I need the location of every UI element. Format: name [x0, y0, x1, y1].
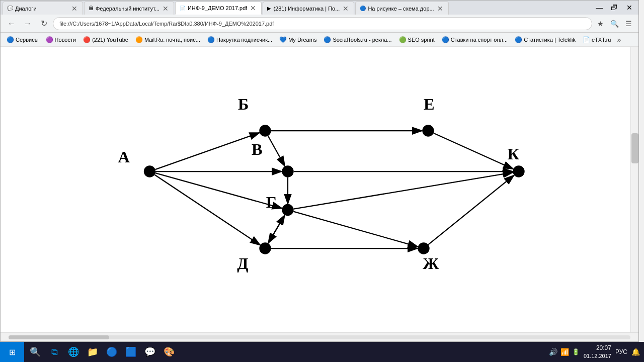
graph-edge — [155, 133, 260, 169]
node-label-Zh: Ж — [423, 254, 439, 273]
bookmark-item[interactable]: 🔴(221) YouTube — [80, 35, 131, 44]
nodes-group: АБВГДЕЖК — [118, 95, 525, 273]
back-button[interactable]: ← — [5, 17, 19, 31]
bookmark-item[interactable]: 🔵Сервисы — [4, 35, 42, 44]
bookmark-label: SocialTools.ru - рекла... — [333, 37, 391, 43]
bookmark-icon: 🟣 — [46, 36, 53, 43]
graph-node-D — [259, 242, 271, 254]
date-display: 01.12.2017 — [584, 352, 611, 360]
browser-tab-tab5[interactable]: 🔵 На рисунке – схема дор... ✕ — [355, 2, 448, 15]
minimize-button[interactable]: — — [592, 3, 606, 13]
titlebar: 💬 Диалоги ✕🏛 Федеральный институт... ✕📄 … — [1, 1, 638, 15]
app-icon[interactable]: 🎨 — [160, 343, 178, 361]
maximize-button[interactable]: 🗗 — [607, 3, 621, 13]
graph-edge — [434, 133, 514, 169]
bookmark-item[interactable]: 📄eTXT.ru — [580, 35, 614, 44]
start-button[interactable]: ⊞ — [0, 342, 24, 362]
graph-node-G — [282, 204, 293, 216]
taskview-icon[interactable]: ⧉ — [45, 343, 63, 361]
tab-close-button[interactable]: ✕ — [162, 5, 170, 13]
graph-edge — [154, 174, 260, 245]
browser-tab-tab3[interactable]: 📄 ИНФ-9_ДЕМО 2017.pdf ✕ — [175, 2, 262, 15]
node-label-A: А — [118, 148, 130, 166]
tab-favicon: 🏛 — [89, 6, 94, 11]
explorer-icon[interactable]: 📁 — [84, 343, 102, 361]
graph-edge — [428, 175, 514, 244]
bookmarks-bar: 🔵Сервисы🟣Новости🔴(221) YouTube🟠Mail.Ru: … — [1, 33, 638, 47]
refresh-button[interactable]: ↻ — [37, 17, 51, 31]
sound-icon[interactable]: 🔊 — [549, 348, 557, 356]
scroll-thumb[interactable] — [631, 133, 638, 163]
bookmark-icon: 🟢 — [399, 36, 407, 43]
close-button[interactable]: ✕ — [622, 3, 636, 13]
bookmark-icon: 🔵 — [442, 36, 449, 43]
store-icon[interactable]: 🟦 — [122, 343, 140, 361]
bookmark-label: Статистика | Teleklik — [524, 37, 576, 43]
browser-window: 💬 Диалоги ✕🏛 Федеральный институт... ✕📄 … — [0, 0, 639, 342]
graph-node-V — [282, 165, 293, 177]
browser-tab-tab1[interactable]: 💬 Диалоги ✕ — [3, 2, 83, 15]
bookmark-label: SEO sprint — [408, 37, 435, 43]
clock[interactable]: 20:07 01.12.2017 — [584, 344, 611, 360]
node-label-D: Д — [237, 254, 248, 273]
graph-svg: АБВГДЕЖК — [93, 49, 546, 330]
address-input[interactable]: file:///C:/Users/1678~1/AppData/Local/Te… — [53, 17, 592, 30]
hscroll-thumb[interactable] — [9, 335, 109, 339]
bookmark-star-icon[interactable]: ★ — [594, 18, 606, 30]
bookmark-label: Mail.Ru: почта, поис... — [144, 37, 200, 43]
bookmark-icon: 🟠 — [135, 36, 143, 43]
address-icons: ★ 🔍 ☰ — [594, 18, 634, 30]
time-display: 20:07 — [596, 344, 611, 352]
bookmark-icon: 🔴 — [83, 36, 91, 43]
bookmark-item[interactable]: 🔵Статистика | Teleklik — [512, 35, 579, 44]
bookmark-label: Новости — [55, 37, 76, 43]
horizontal-scrollbar[interactable] — [1, 332, 638, 341]
bookmark-label: Сервисы — [16, 37, 39, 43]
graph-edge — [293, 212, 418, 247]
browser-tab-tab4[interactable]: ▶ (281) Информатика | По... ✕ — [263, 2, 354, 15]
network-icon[interactable]: 📶 — [560, 348, 569, 356]
lang-indicator[interactable]: РУС — [615, 348, 627, 355]
taskbar-icons: 🔍 ⧉ 🌐 📁 🔵 🟦 💬 🎨 — [24, 343, 180, 361]
systray: 🔊 📶 🔋 — [549, 348, 580, 356]
browser-tab-tab2[interactable]: 🏛 Федеральный институт... ✕ — [84, 2, 174, 15]
node-label-B: Б — [238, 95, 249, 113]
bookmark-item[interactable]: 🔵Ставки на спорт онл... — [439, 35, 511, 44]
bookmark-item[interactable]: 💙My Dreams — [276, 35, 319, 44]
bookmark-label: Ставки на спорт онл... — [451, 37, 508, 43]
bookmark-icon: 🔵 — [7, 36, 14, 43]
tab-close-button[interactable]: ✕ — [436, 5, 444, 13]
bookmark-label: My Dreams — [288, 37, 316, 43]
bookmark-item[interactable]: 🟢SEO sprint — [396, 35, 438, 44]
bookmark-label: Накрутка подписчик... — [216, 37, 272, 43]
tab-close-button[interactable]: ✕ — [342, 5, 350, 13]
bookmark-item[interactable]: 🟣Новости — [43, 35, 79, 44]
tab-favicon: 🔵 — [360, 6, 366, 11]
graph-edge — [268, 136, 285, 166]
chrome-icon[interactable]: 🔵 — [103, 343, 121, 361]
addressbar: ← → ↻ file:///C:/Users/1678~1/AppData/Lo… — [1, 15, 638, 33]
lens-icon[interactable]: 🔍 — [608, 18, 620, 30]
tab-title: На рисунке – схема дор... — [368, 6, 434, 12]
node-label-V: В — [252, 140, 263, 158]
forward-button[interactable]: → — [21, 17, 35, 31]
battery-icon[interactable]: 🔋 — [572, 348, 580, 355]
bookmark-icon: 🔵 — [324, 36, 331, 43]
ie-icon[interactable]: 🌐 — [64, 343, 83, 361]
graph-edge — [155, 173, 282, 208]
vertical-scrollbar[interactable] — [630, 47, 638, 332]
settings-icon[interactable]: ☰ — [622, 18, 634, 30]
notification-icon[interactable]: 🔔 — [631, 348, 640, 356]
tab-close-button[interactable]: ✕ — [249, 4, 257, 12]
tab-close-button[interactable]: ✕ — [70, 5, 78, 13]
bookmark-icon: 🔵 — [207, 36, 215, 43]
skype-icon[interactable]: 💬 — [141, 343, 159, 361]
search-taskbar-icon[interactable]: 🔍 — [26, 343, 44, 361]
bookmark-item[interactable]: 🔵SocialTools.ru - рекла... — [320, 35, 394, 44]
bookmarks-more[interactable]: » — [617, 36, 621, 44]
bookmark-item[interactable]: 🟠Mail.Ru: почта, поис... — [132, 35, 203, 44]
bookmark-icon: 📄 — [583, 36, 590, 43]
bookmark-item[interactable]: 🔵Накрутка подписчик... — [204, 35, 275, 44]
tab-favicon: 💬 — [7, 6, 13, 11]
tab-title: Диалоги — [15, 6, 68, 12]
